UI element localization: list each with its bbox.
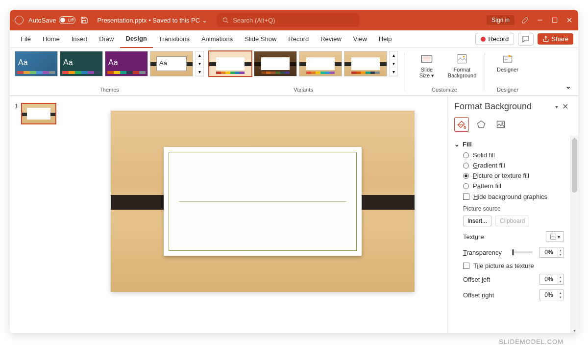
- theme-thumb-2[interactable]: Aa: [60, 51, 103, 76]
- minimize-icon[interactable]: [536, 16, 544, 24]
- scroll-up-icon[interactable]: ▴: [390, 51, 397, 60]
- picture-fill-radio[interactable]: Picture or texture fill: [454, 170, 564, 181]
- ribbon-separator: [404, 53, 404, 91]
- tab-transitions[interactable]: Transitions: [153, 30, 196, 48]
- variant-thumb-3[interactable]: [299, 51, 342, 76]
- texture-dropdown[interactable]: ▾: [546, 231, 564, 242]
- variant-thumb-2[interactable]: [254, 51, 297, 76]
- insert-button[interactable]: Insert...: [463, 216, 491, 226]
- scroll-down-icon[interactable]: ▾: [571, 328, 578, 333]
- scroll-up-icon[interactable]: ▴: [196, 51, 203, 60]
- pane-tabs: [447, 115, 578, 136]
- offset-left-spinner[interactable]: ▴▾: [539, 274, 564, 285]
- variant-thumb-1[interactable]: [209, 51, 252, 76]
- radio-label: Pattern fill: [473, 182, 501, 190]
- tab-record[interactable]: Record: [282, 30, 315, 48]
- tab-help[interactable]: Help: [373, 30, 398, 48]
- slide-thumbnails-panel[interactable]: 1: [10, 96, 78, 333]
- comments-button[interactable]: [518, 33, 534, 46]
- tab-view[interactable]: View: [347, 30, 373, 48]
- tab-animations[interactable]: Animations: [196, 30, 239, 48]
- autosave-state: Off: [68, 18, 74, 23]
- slide-card[interactable]: [164, 147, 362, 256]
- effects-tab[interactable]: [474, 117, 489, 132]
- pane-close-button[interactable]: ✕: [559, 101, 571, 112]
- transparency-spinner[interactable]: ▴▾: [539, 247, 564, 258]
- variants-group-label: Variants: [209, 85, 398, 93]
- slide-thumb-preview[interactable]: [21, 103, 56, 124]
- fill-section-header[interactable]: ⌄Fill: [454, 139, 564, 150]
- svg-rect-1: [552, 18, 557, 22]
- maximize-icon[interactable]: [551, 16, 559, 24]
- transparency-label: Transparency: [463, 249, 509, 256]
- scroll-down-icon[interactable]: ▾: [390, 60, 397, 68]
- theme-thumb-1[interactable]: Aa: [15, 51, 58, 76]
- offset-right-value[interactable]: [540, 291, 558, 298]
- signin-button[interactable]: Sign in: [487, 15, 514, 25]
- tab-review[interactable]: Review: [315, 30, 347, 48]
- variant-thumb-4[interactable]: [344, 51, 387, 76]
- variants-more[interactable]: ▴▾▾: [389, 51, 398, 76]
- slide-thumb-1[interactable]: 1: [10, 101, 78, 126]
- tile-checkbox[interactable]: Tile picture as texture: [454, 260, 564, 271]
- hide-background-checkbox[interactable]: Hide background graphics: [454, 191, 564, 202]
- svg-point-5: [463, 56, 465, 58]
- solid-fill-radio[interactable]: Solid fill: [454, 150, 564, 160]
- format-background-pane: Format Background ▾ ✕ ⌄Fill Solid fill G…: [447, 96, 578, 333]
- theme-thumb-3[interactable]: Aa: [105, 51, 148, 76]
- tab-file[interactable]: File: [15, 30, 37, 48]
- spin-up-icon[interactable]: ▴: [558, 248, 563, 252]
- slide[interactable]: [111, 111, 415, 292]
- search-input[interactable]: Search (Alt+Q): [217, 13, 359, 27]
- tab-home[interactable]: Home: [37, 30, 66, 48]
- theme-thumb-4[interactable]: Aa: [150, 51, 193, 76]
- paint-bucket-icon: [457, 120, 466, 129]
- doc-title-text: Presentation.pptx • Saved to this PC: [97, 17, 200, 24]
- spin-up-icon[interactable]: ▴: [558, 291, 563, 295]
- toggle-switch[interactable]: Off: [59, 16, 75, 24]
- pen-icon[interactable]: [521, 16, 529, 24]
- spin-down-icon[interactable]: ▾: [558, 295, 563, 299]
- tab-slideshow[interactable]: Slide Show: [239, 30, 282, 48]
- transparency-slider[interactable]: [513, 251, 533, 253]
- tab-draw[interactable]: Draw: [93, 30, 120, 48]
- pane-menu-icon[interactable]: ▾: [554, 102, 559, 111]
- share-button[interactable]: Share: [538, 33, 573, 45]
- autosave-toggle[interactable]: AutoSave Off: [28, 16, 75, 24]
- share-icon: [542, 36, 549, 43]
- offset-right-spinner[interactable]: ▴▾: [539, 290, 564, 300]
- radio-label: Gradient fill: [473, 162, 505, 169]
- designer-label: Designer: [497, 67, 518, 73]
- workspace: 1 Format Background ▾ ✕: [10, 96, 578, 333]
- format-background-button[interactable]: FormatBackground: [445, 51, 479, 79]
- pane-scrollbar[interactable]: ▴ ▾: [570, 136, 578, 333]
- scrollbar-thumb[interactable]: [572, 139, 577, 193]
- menubar-right: Record Share: [475, 33, 573, 46]
- spin-up-icon[interactable]: ▴: [558, 275, 563, 279]
- spin-down-icon[interactable]: ▾: [558, 279, 563, 284]
- slide-canvas[interactable]: [78, 96, 447, 333]
- scroll-down-icon[interactable]: ▾: [196, 60, 203, 68]
- tab-insert[interactable]: Insert: [66, 30, 94, 48]
- transparency-value[interactable]: [540, 249, 558, 256]
- gradient-fill-radio[interactable]: Gradient fill: [454, 160, 564, 170]
- expand-icon[interactable]: ▾: [390, 68, 397, 76]
- close-icon[interactable]: [565, 16, 573, 24]
- slide-size-icon: [420, 52, 434, 66]
- spin-down-icon[interactable]: ▾: [558, 252, 563, 257]
- themes-more[interactable]: ▴▾▾: [195, 51, 204, 76]
- pattern-fill-radio[interactable]: Pattern fill: [454, 181, 564, 191]
- record-button[interactable]: Record: [475, 33, 514, 45]
- picture-tab[interactable]: [493, 117, 508, 132]
- document-title[interactable]: Presentation.pptx • Saved to this PC ⌄: [97, 17, 207, 24]
- save-icon[interactable]: [80, 16, 88, 24]
- offset-left-value[interactable]: [540, 276, 558, 283]
- slide-text-placeholder[interactable]: [169, 152, 357, 251]
- slide-size-button[interactable]: SlideSize ▾: [410, 51, 443, 79]
- variants-gallery: ▴▾▾: [209, 51, 398, 76]
- collapse-ribbon-icon[interactable]: ⌄: [563, 79, 573, 93]
- fill-tab[interactable]: [454, 117, 469, 132]
- tab-design[interactable]: Design: [120, 30, 153, 48]
- expand-icon[interactable]: ▾: [196, 68, 203, 76]
- designer-button[interactable]: Designer: [491, 51, 524, 73]
